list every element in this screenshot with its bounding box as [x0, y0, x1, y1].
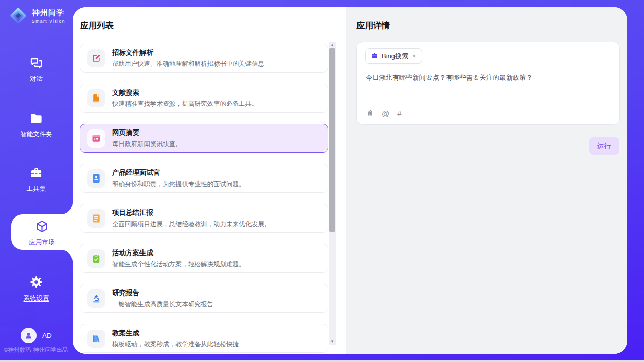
app-list-item-research-report[interactable]: 研究报告 一键智能生成高质量长文本研究报告 [80, 284, 328, 313]
note-icon [87, 209, 105, 228]
books-icon [87, 330, 105, 348]
briefcase-icon [371, 52, 378, 60]
browser-code-icon [87, 129, 105, 148]
app-list-item-web-summary[interactable]: 网页摘要 每日政府新闻资讯快查。 [80, 124, 328, 153]
app-name: 教案生成 [112, 329, 239, 338]
brand-name: 神州问学 [32, 8, 65, 18]
gem-logo-icon [8, 6, 28, 26]
scroll-up-arrow-icon[interactable]: ▲ [329, 42, 336, 48]
sidebar-item-label: 工具集 [0, 185, 73, 193]
app-name: 文献搜索 [112, 88, 258, 97]
run-button[interactable]: 运行 [589, 137, 619, 155]
clipboard-check-icon [87, 249, 105, 268]
app-desc: 一键智能生成高质量长文本研究报告 [112, 300, 213, 309]
app-list-item-pm-interviewer[interactable]: 产品经理面试官 明确身份和职责，为您提供专业性的面试问题。 [80, 164, 328, 193]
user-initials: AD [42, 332, 52, 339]
app-window: 神州问学 Smart Vision 对话 智能文件夹 [0, 0, 644, 362]
scroll-down-arrow-icon[interactable]: ▼ [329, 338, 336, 345]
scrollbar-thumb[interactable] [329, 48, 335, 232]
app-list-item-bid-analysis[interactable]: 招标文件解析 帮助用户快速、准确地理解和解析招标书中的关键信息 [80, 44, 328, 73]
app-list-title: 应用列表 [80, 20, 114, 31]
sidebar-item-settings[interactable]: 系统设置 [0, 275, 73, 303]
app-name: 网页摘要 [112, 128, 182, 137]
toolbox-icon [29, 166, 43, 179]
app-desc: 全面回顾项目进展，总结经验教训，助力未来优化发展。 [112, 220, 271, 229]
chat-icon [29, 56, 43, 69]
app-name: 招标文件解析 [112, 48, 264, 57]
app-name: 研究报告 [112, 288, 213, 298]
tool-tag-label: Bing搜索 [382, 52, 408, 61]
app-list-panel: 应用列表 招标文件解析 帮助用户快速、准确地理解和解析招标书中的关键信息 [73, 7, 346, 354]
app-desc: 智能生成个性化活动方案，轻松解决规划难题。 [112, 260, 245, 269]
app-desc: 每日政府新闻资讯快查。 [112, 140, 182, 149]
brand-subtitle: Smart Vision [32, 19, 65, 24]
app-name: 项目总结汇报 [112, 208, 271, 218]
app-detail-title: 应用详情 [356, 20, 390, 31]
composer-toolbar: @ # [366, 109, 402, 118]
prompt-card: Bing搜索 × 今日湖北有哪些新闻要点？有哪些需要关注的最新政策？ @ # [356, 42, 620, 125]
app-desc: 帮助用户快速、准确地理解和解析招标书中的关键信息 [112, 60, 264, 68]
app-list-item-event-plan[interactable]: 活动方案生成 智能生成个性化活动方案，轻松解决规划难题。 [80, 244, 328, 273]
sidebar: 神州问学 Smart Vision 对话 智能文件夹 [0, 0, 73, 360]
app-name: 活动方案生成 [112, 248, 245, 258]
close-icon[interactable]: × [412, 53, 417, 59]
mention-icon[interactable]: @ [382, 109, 389, 118]
app-desc: 快速精准查找学术资源，提高研究效率的必备工具。 [112, 100, 258, 108]
person-icon [24, 331, 33, 340]
prompt-text[interactable]: 今日湖北有哪些新闻要点？有哪些需要关注的最新政策？ [366, 73, 611, 83]
sidebar-item-smart-folders[interactable]: 智能文件夹 [0, 112, 73, 139]
tool-tag-bing-search[interactable]: Bing搜索 × [365, 48, 422, 64]
app-detail-panel: 应用详情 Bing搜索 × 今日湖北有哪些新闻要点？有哪些需要关注的最新政策？ … [346, 7, 627, 354]
app-list-item-lesson-plan[interactable]: 教案生成 模板驱动，教案秒成，教学准备从此轻松快捷 [80, 324, 328, 353]
sidebar-item-label: 对话 [0, 75, 73, 83]
brand-logo: 神州问学 Smart Vision [8, 6, 65, 26]
microscope-icon [87, 289, 105, 308]
sidebar-item-toolset[interactable]: 工具集 [0, 166, 73, 193]
user-account[interactable]: AD [0, 328, 73, 343]
app-desc: 模板驱动，教案秒成，教学准备从此轻松快捷 [112, 340, 239, 349]
gear-icon [29, 275, 43, 289]
sidebar-item-label: 系统设置 [0, 294, 73, 303]
folder-icon [29, 112, 43, 125]
pen-square-icon [87, 49, 105, 67]
avatar [21, 328, 37, 343]
sidebar-item-label: 应用市场 [11, 238, 73, 247]
main-content: 应用列表 招标文件解析 帮助用户快速、准确地理解和解析招标书中的关键信息 [73, 7, 627, 354]
list-scrollbar[interactable]: ▲ ▼ [329, 42, 336, 345]
resume-icon [87, 169, 105, 188]
app-desc: 明确身份和职责，为您提供专业性的面试问题。 [112, 180, 245, 189]
hash-icon[interactable]: # [397, 109, 401, 118]
app-list-item-literature-search[interactable]: 文献搜索 快速精准查找学术资源，提高研究效率的必备工具。 [80, 84, 328, 113]
sidebar-item-chat[interactable]: 对话 [0, 56, 73, 83]
app-list-item-project-summary[interactable]: 项目总结汇报 全面回顾项目进展，总结经验教训，助力未来优化发展。 [80, 204, 328, 233]
copyright-text: ©神州数码·神州问学出品 [4, 346, 73, 354]
app-name: 产品经理面试官 [112, 168, 245, 177]
sidebar-item-app-market[interactable]: 应用市场 [11, 214, 73, 250]
app-frame: 神州问学 Smart Vision 对话 智能文件夹 [0, 0, 644, 360]
sidebar-item-label: 智能文件夹 [0, 130, 73, 139]
cube-icon [35, 220, 49, 233]
app-list: 招标文件解析 帮助用户快速、准确地理解和解析招标书中的关键信息 文献搜索 [80, 44, 328, 354]
book-icon [87, 89, 105, 107]
paperclip-icon[interactable] [366, 109, 374, 118]
